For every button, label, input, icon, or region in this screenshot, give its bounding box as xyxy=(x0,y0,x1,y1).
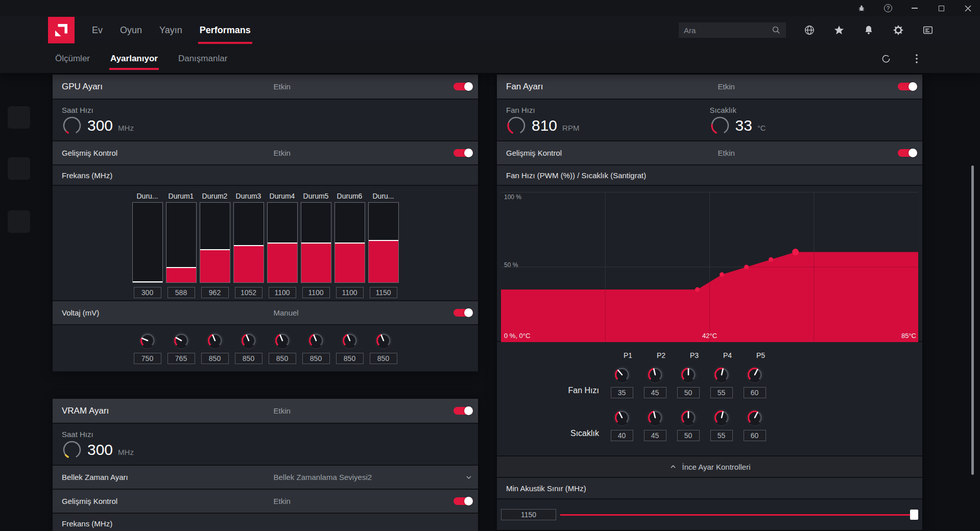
fan-speed-knob[interactable] xyxy=(712,366,731,384)
voltage-knob[interactable] xyxy=(341,331,359,350)
vram-advanced-toggle[interactable] xyxy=(453,497,473,505)
voltage-knob-value-input[interactable]: 850 xyxy=(370,353,397,364)
vram-advanced-row: Gelişmiş Kontrol Etkin xyxy=(53,490,478,514)
browser-globe-icon[interactable] xyxy=(803,24,816,36)
fan-enabled-toggle[interactable] xyxy=(898,83,917,90)
fan-speed-knob-value-input[interactable]: 55 xyxy=(710,387,733,398)
voltage-knob-value-input[interactable]: 850 xyxy=(269,353,296,364)
temperature-knob[interactable] xyxy=(613,408,631,427)
nav-tab-gaming[interactable]: Oyun xyxy=(111,16,151,44)
min-acoustic-value-input[interactable]: 1150 xyxy=(501,509,556,520)
fan-speed-knob-value-input[interactable]: 60 xyxy=(744,387,766,398)
frequency-state-value-input[interactable]: 1100 xyxy=(302,287,330,298)
gpu-enabled-toggle[interactable] xyxy=(453,83,473,90)
voltage-knob-value-input[interactable]: 850 xyxy=(302,353,330,364)
voltage-knob[interactable] xyxy=(206,331,224,350)
settings-gear-icon[interactable] xyxy=(892,24,904,36)
fan-curve-point[interactable] xyxy=(695,287,700,292)
fan-speed-knob-value-input[interactable]: 50 xyxy=(677,387,700,398)
fan-curve-point[interactable] xyxy=(792,249,799,255)
frequency-state-bar[interactable] xyxy=(334,202,365,283)
voltage-knob[interactable] xyxy=(273,331,292,350)
min-acoustic-slider[interactable] xyxy=(560,510,918,520)
frequency-state-bar[interactable] xyxy=(233,202,264,283)
frequency-state-bar[interactable] xyxy=(200,202,230,283)
frequency-state-bar[interactable] xyxy=(166,202,197,283)
fine-tuning-collapse[interactable]: İnce Ayar Kontrolleri xyxy=(497,456,922,478)
gpu-clock-section: Saat Hızı 300 MHz xyxy=(53,100,478,141)
news-feed-icon[interactable] xyxy=(922,24,934,36)
voltage-knob-value-input[interactable]: 765 xyxy=(168,353,195,364)
temperature-knob[interactable] xyxy=(712,408,731,427)
frequency-state-bar[interactable] xyxy=(368,202,399,283)
fan-speed-knob-value-input[interactable]: 35 xyxy=(611,387,633,398)
reset-icon[interactable] xyxy=(880,53,892,65)
frequency-state-value-input[interactable]: 962 xyxy=(201,287,229,298)
frequency-state-value-input[interactable]: 588 xyxy=(168,287,195,298)
temperature-knob-value-input[interactable]: 50 xyxy=(677,430,700,441)
slider-track[interactable] xyxy=(560,514,916,516)
more-options-icon[interactable] xyxy=(911,53,923,65)
favorites-star-icon[interactable] xyxy=(833,24,845,36)
fan-speed-knob-value-input[interactable]: 45 xyxy=(644,387,666,398)
fan-curve-plot[interactable]: 100 % 50 % 0 %, 0°C 42°C 85°C xyxy=(501,192,918,342)
temperature-knob[interactable] xyxy=(746,408,764,427)
frequency-state-value-input[interactable]: 300 xyxy=(134,287,161,298)
frequency-state-value-input[interactable]: 1100 xyxy=(336,287,364,298)
search-input[interactable] xyxy=(684,26,772,35)
frequency-state-bar[interactable] xyxy=(301,202,331,283)
voltage-knob[interactable] xyxy=(138,331,157,350)
temperature-knob-value-input[interactable]: 55 xyxy=(710,430,733,441)
fan-curve-chart[interactable] xyxy=(501,192,918,342)
maximize-icon[interactable] xyxy=(936,3,946,13)
fan-speed-knob[interactable] xyxy=(679,366,698,384)
fan-speed-knob[interactable] xyxy=(746,366,764,384)
fan-curve-point[interactable] xyxy=(720,272,724,277)
vertical-scrollbar[interactable] xyxy=(971,165,974,475)
amd-radeon-logo[interactable] xyxy=(48,17,75,43)
gpu-advanced-toggle[interactable] xyxy=(453,149,473,157)
fan-speed-knob[interactable] xyxy=(646,366,664,384)
temperature-knob-value-input[interactable]: 45 xyxy=(644,430,666,441)
temperature-knob[interactable] xyxy=(646,408,664,427)
voltage-knob-value-input[interactable]: 850 xyxy=(201,353,229,364)
frequency-state-bar[interactable] xyxy=(267,202,298,283)
voltage-knob-value-input[interactable]: 850 xyxy=(336,353,364,364)
subnav-tab-advisors[interactable]: Danışmanlar xyxy=(168,47,237,70)
fan-curve-point[interactable] xyxy=(769,257,773,262)
voltage-knob-value-input[interactable]: 850 xyxy=(235,353,262,364)
gpu-advanced-row: Gelişmiş Kontrol Etkin xyxy=(53,141,478,165)
fan-curve-point[interactable] xyxy=(744,265,749,270)
frequency-state-bar[interactable] xyxy=(132,202,163,283)
voltage-knob[interactable] xyxy=(307,331,325,350)
voltage-knob[interactable] xyxy=(172,331,190,350)
voltage-knob[interactable] xyxy=(240,331,258,350)
help-icon[interactable]: ? xyxy=(883,3,893,13)
temperature-knob-value-input[interactable]: 40 xyxy=(611,430,633,441)
memory-timing-select[interactable]: Bellek Zamanlama Seviyesi2 xyxy=(266,466,479,489)
subnav-tab-metrics[interactable]: Ölçümler xyxy=(45,47,100,70)
temperature-knob[interactable] xyxy=(679,408,698,427)
voltage-knob[interactable] xyxy=(374,331,393,350)
fan-curve-title: Fan Hızı (PWM (%)) / Sıcaklık (Santigrat… xyxy=(506,171,646,180)
frequency-state-value-input[interactable]: 1150 xyxy=(370,287,397,298)
gpu-voltage-mode-toggle[interactable] xyxy=(453,309,473,317)
temperature-knob-value-input[interactable]: 60 xyxy=(744,430,766,441)
notifications-bell-icon[interactable] xyxy=(863,24,875,36)
search-box[interactable] xyxy=(679,22,786,38)
subnav-tab-tuning[interactable]: Ayarlanıyor xyxy=(100,47,168,70)
nav-tab-home[interactable]: Ev xyxy=(83,16,111,44)
fan-speed-knob[interactable] xyxy=(613,366,631,384)
frequency-state-value-input[interactable]: 1100 xyxy=(269,287,296,298)
temperature-knob-group: 55 xyxy=(705,408,738,441)
frequency-state-value-input[interactable]: 1052 xyxy=(235,287,262,298)
voltage-knob-value-input[interactable]: 750 xyxy=(134,353,161,364)
fan-advanced-toggle[interactable] xyxy=(898,149,917,157)
vram-enabled-toggle[interactable] xyxy=(453,407,473,415)
bug-report-icon[interactable] xyxy=(856,3,867,13)
minimize-icon[interactable] xyxy=(910,3,920,13)
min-acoustic-slider-thumb[interactable] xyxy=(910,510,918,520)
nav-tab-streaming[interactable]: Yayın xyxy=(151,16,191,44)
nav-tab-performance[interactable]: Performans xyxy=(191,16,259,44)
close-icon[interactable] xyxy=(963,3,973,13)
